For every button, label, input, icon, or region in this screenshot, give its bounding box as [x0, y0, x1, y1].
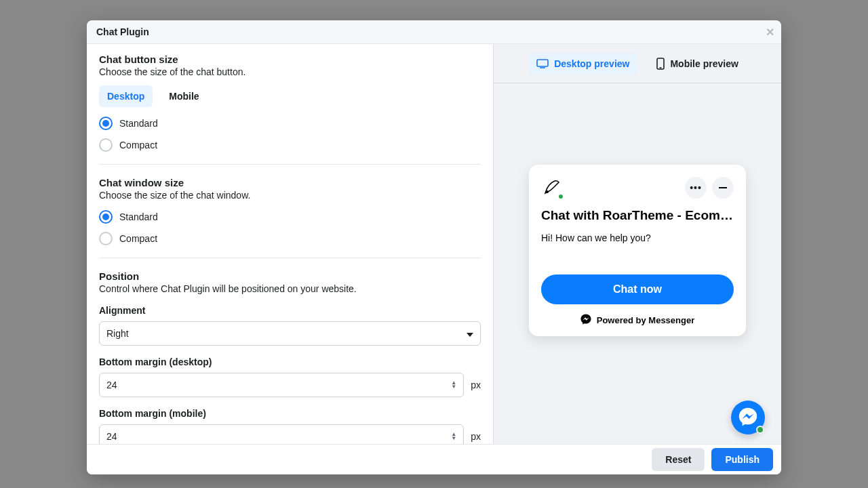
section-desc: Choose the size of the chat button.	[99, 66, 481, 77]
section-title: Chat button size	[99, 54, 481, 65]
dots-icon: •••	[690, 182, 702, 193]
chat-preview-card: ••• Chat with RoarTheme - Ecommer... Hi!…	[529, 165, 746, 336]
bottom-mobile-input[interactable]: 24 ▲▼	[99, 424, 464, 444]
preview-toggle: Desktop preview Mobile preview	[494, 44, 781, 83]
close-icon[interactable]: ✕	[766, 26, 774, 39]
bottom-mobile-row: 24 ▲▼ px	[99, 424, 481, 444]
mobile-preview-button[interactable]: Mobile preview	[648, 52, 746, 75]
section-title: Chat window size	[99, 177, 481, 188]
reset-button[interactable]: Reset	[652, 448, 705, 471]
select-value: Right	[106, 328, 129, 339]
messenger-icon	[738, 407, 757, 428]
preview-panel: Desktop preview Mobile preview	[494, 44, 781, 444]
divider	[99, 258, 481, 258]
radio-icon	[99, 138, 113, 152]
input-value: 24	[106, 380, 117, 390]
toggle-label: Desktop preview	[554, 58, 629, 69]
platform-tabs: Desktop Mobile	[99, 85, 208, 107]
radio-icon	[99, 232, 113, 245]
chat-plugin-modal: Chat Plugin ✕ Chat button size Choose th…	[87, 20, 781, 474]
powered-label: Powered by Messenger	[597, 315, 695, 325]
powered-by: Powered by Messenger	[541, 314, 734, 327]
radio-label: Standard	[119, 118, 158, 129]
modal-footer: Reset Publish	[87, 444, 781, 474]
section-desc: Control where Chat Plugin will be positi…	[99, 283, 481, 294]
preview-area: ••• Chat with RoarTheme - Ecommer... Hi!…	[494, 83, 781, 444]
section-desc: Choose the size of the chat window.	[99, 190, 481, 201]
radio-icon	[99, 210, 113, 224]
field-label-alignment: Alignment	[99, 305, 481, 316]
toggle-label: Mobile preview	[670, 58, 738, 69]
minimize-icon	[719, 187, 727, 188]
section-title: Position	[99, 270, 481, 282]
tab-desktop[interactable]: Desktop	[99, 85, 153, 107]
chat-controls: •••	[685, 177, 734, 199]
field-label-bottom-mobile: Bottom margin (mobile)	[99, 408, 481, 419]
settings-panel: Chat button size Choose the size of the …	[87, 44, 494, 444]
radio-compact[interactable]: Compact	[99, 138, 481, 152]
modal-body: Chat button size Choose the size of the …	[87, 44, 781, 444]
stepper-icon[interactable]: ▲▼	[451, 432, 456, 441]
desktop-icon	[536, 59, 549, 68]
radio-standard[interactable]: Standard	[99, 117, 481, 130]
stepper-icon[interactable]: ▲▼	[451, 381, 456, 389]
chat-now-button[interactable]: Chat now	[541, 274, 734, 304]
minimize-button[interactable]	[712, 177, 734, 199]
mobile-icon	[656, 58, 665, 70]
bottom-desktop-row: 24 ▲▼ px	[99, 373, 481, 397]
radio-label: Compact	[119, 233, 157, 244]
svg-point-4	[546, 190, 549, 193]
radio-icon	[99, 117, 113, 130]
desktop-preview-button[interactable]: Desktop preview	[528, 53, 637, 75]
radio-label: Standard	[119, 211, 158, 222]
radio-compact[interactable]: Compact	[99, 232, 481, 245]
section-position: Position Control where Chat Plugin will …	[99, 270, 481, 444]
radio-standard[interactable]: Standard	[99, 210, 481, 224]
input-value: 24	[106, 431, 117, 442]
chevron-down-icon	[467, 328, 473, 339]
online-indicator-icon	[557, 193, 564, 200]
button-size-options: Standard Compact	[99, 117, 481, 152]
chat-title: Chat with RoarTheme - Ecommer...	[541, 208, 734, 223]
section-window-size: Chat window size Choose the size of the …	[99, 177, 481, 245]
publish-button[interactable]: Publish	[711, 448, 773, 471]
chat-header: •••	[541, 177, 734, 199]
bottom-desktop-input[interactable]: 24 ▲▼	[99, 373, 464, 397]
unit-label: px	[471, 380, 481, 390]
window-size-options: Standard Compact	[99, 210, 481, 245]
online-indicator-icon	[756, 426, 764, 434]
messenger-icon	[580, 314, 591, 327]
chat-greeting: Hi! How can we help you?	[541, 232, 734, 243]
divider	[99, 164, 481, 165]
avatar	[541, 177, 563, 199]
modal-header: Chat Plugin ✕	[87, 20, 781, 44]
field-label-bottom-desktop: Bottom margin (desktop)	[99, 357, 481, 367]
modal-title: Chat Plugin	[96, 26, 149, 37]
unit-label: px	[471, 431, 481, 442]
tab-mobile[interactable]: Mobile	[161, 85, 207, 107]
svg-rect-0	[537, 60, 548, 66]
messenger-fab[interactable]	[731, 401, 765, 434]
alignment-select[interactable]: Right	[99, 321, 481, 346]
radio-label: Compact	[119, 140, 157, 150]
more-options-button[interactable]: •••	[685, 177, 707, 199]
section-button-size: Chat button size Choose the size of the …	[99, 54, 481, 152]
